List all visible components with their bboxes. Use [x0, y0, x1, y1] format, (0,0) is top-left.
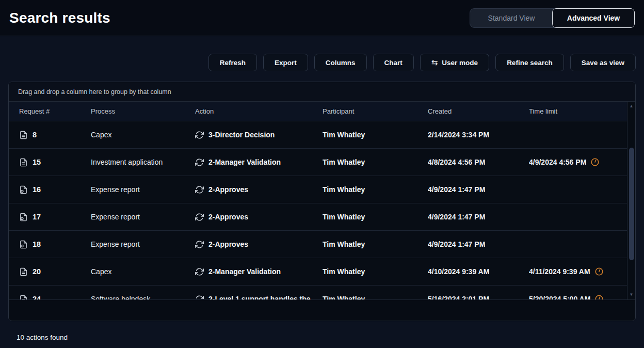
action-label: 2-Manager Validation [208, 158, 281, 166]
page-title: Search results [9, 10, 110, 26]
request-number: 18 [33, 240, 41, 248]
process-cell: Investment application [91, 158, 195, 166]
scroll-down-icon[interactable]: ▼ [630, 293, 634, 297]
columns-button[interactable]: Columns [314, 54, 367, 71]
column-header-participant[interactable]: Participant [323, 107, 428, 115]
action-label: 2-Approves [208, 213, 248, 221]
column-header-action[interactable]: Action [195, 107, 323, 115]
table-row[interactable]: 24Software helpdesk2-Level 1 support han… [9, 286, 627, 299]
request-number: 24 [33, 295, 41, 299]
save-as-view-button[interactable]: Save as view [570, 54, 636, 71]
time-limit-cell: 4/11/2024 9:39 AM [529, 267, 627, 276]
request-cell: 16 [19, 185, 91, 195]
export-button[interactable]: Export [263, 54, 308, 71]
file-text-icon [19, 294, 28, 300]
created-cell: 4/9/2024 1:47 PM [428, 185, 529, 194]
action-cell: 2-Approves [195, 185, 323, 194]
clock-icon [594, 294, 604, 299]
action-cell: 2-Manager Validation [195, 267, 323, 276]
created-cell: 4/9/2024 1:47 PM [428, 240, 529, 248]
file-text-icon [19, 267, 28, 277]
request-cell: 17 [19, 212, 91, 222]
request-number: 8 [33, 131, 37, 139]
created-cell: 4/9/2024 1:47 PM [428, 213, 529, 221]
view-toggle: Standard View Advanced View [470, 8, 635, 28]
standard-view-button[interactable]: Standard View [470, 9, 553, 27]
chart-button[interactable]: Chart [373, 54, 414, 71]
column-header-time-limit[interactable]: Time limit [529, 107, 627, 115]
vertical-scrollbar[interactable]: ▲ ▼ [627, 102, 635, 299]
created-cell: 4/10/2024 9:39 AM [428, 267, 529, 276]
table-body: 8Capex3-Director DecisionTim Whatley2/14… [9, 121, 627, 299]
created-cell: 4/8/2024 4:56 PM [428, 158, 529, 166]
table-row[interactable]: 20Capex2-Manager ValidationTim Whatley4/… [9, 258, 627, 286]
time-limit-value: 4/11/2024 9:39 AM [529, 267, 590, 276]
participant-cell: Tim Whatley [323, 185, 428, 194]
toolbar: Refresh Export Columns Chart ⇆ User mode… [0, 36, 644, 82]
refresh-button[interactable]: Refresh [208, 54, 257, 71]
file-gear-icon [19, 240, 28, 249]
created-cell: 2/14/2024 3:34 PM [428, 131, 529, 139]
sync-icon [195, 240, 204, 249]
action-cell: 3-Director Decision [195, 131, 323, 139]
file-gear-icon [19, 212, 28, 222]
request-cell: 15 [19, 157, 91, 167]
scrollbar-thumb[interactable] [629, 148, 634, 260]
action-cell: 2-Level 1 support handles the [195, 295, 323, 300]
process-cell: Capex [91, 267, 195, 276]
request-number: 20 [33, 267, 41, 276]
process-cell: Capex [91, 131, 195, 139]
request-number: 15 [33, 158, 41, 166]
request-cell: 20 [19, 267, 91, 277]
clock-icon [590, 157, 600, 167]
request-number: 16 [33, 185, 41, 194]
action-label: 2-Manager Validation [208, 267, 281, 276]
participant-cell: Tim Whatley [323, 213, 428, 221]
table-header-row: Request # Process Action Participant Cre… [9, 102, 627, 121]
results-grid: Drag and drop a column here to group by … [8, 82, 636, 321]
time-limit-cell: 4/9/2024 4:56 PM [529, 157, 627, 167]
action-cell: 2-Approves [195, 240, 323, 249]
process-cell: Software helpdesk [91, 295, 195, 299]
request-cell: 8 [19, 130, 91, 140]
column-header-created[interactable]: Created [428, 107, 529, 115]
column-header-process[interactable]: Process [91, 107, 195, 115]
table-row[interactable]: 8Capex3-Director DecisionTim Whatley2/14… [9, 121, 627, 149]
column-header-request[interactable]: Request # [19, 107, 91, 115]
participant-cell: Tim Whatley [323, 267, 428, 276]
sync-icon [195, 295, 204, 300]
refine-search-button[interactable]: Refine search [495, 54, 564, 71]
sync-icon [195, 213, 204, 222]
clock-icon [594, 267, 604, 276]
file-gear-icon [19, 185, 28, 195]
sync-icon [195, 131, 204, 139]
sync-icon [195, 158, 204, 167]
request-number: 17 [33, 213, 41, 221]
table-row[interactable]: 17Expense report2-ApprovesTim Whatley4/9… [9, 203, 627, 231]
advanced-view-button[interactable]: Advanced View [552, 8, 635, 28]
grid-viewport: Request # Process Action Participant Cre… [9, 102, 635, 300]
action-cell: 2-Manager Validation [195, 158, 323, 167]
table-row[interactable]: 16Expense report2-ApprovesTim Whatley4/9… [9, 176, 627, 203]
user-mode-button[interactable]: ⇆ User mode [420, 54, 489, 71]
action-label: 2-Level 1 support handles the [208, 295, 311, 299]
status-text: 10 actions found [0, 321, 644, 341]
file-text-icon [19, 157, 28, 167]
request-cell: 18 [19, 240, 91, 249]
grid-table: Request # Process Action Participant Cre… [9, 102, 627, 299]
user-mode-label: User mode [442, 59, 478, 67]
scroll-up-icon[interactable]: ▲ [630, 104, 634, 108]
process-cell: Expense report [91, 185, 195, 194]
action-label: 2-Approves [208, 185, 248, 194]
participant-cell: Tim Whatley [323, 158, 428, 166]
process-cell: Expense report [91, 213, 195, 221]
action-label: 2-Approves [208, 240, 248, 248]
swap-arrows-icon: ⇆ [431, 58, 438, 66]
table-row[interactable]: 18Expense report2-ApprovesTim Whatley4/9… [9, 231, 627, 258]
created-cell: 5/16/2024 2:01 PM [428, 295, 529, 299]
request-cell: 24 [19, 294, 91, 300]
table-row[interactable]: 15Investment application2-Manager Valida… [9, 149, 627, 176]
group-by-drop-zone[interactable]: Drag and drop a column here to group by … [9, 82, 635, 102]
top-bar: Search results Standard View Advanced Vi… [0, 0, 644, 36]
sync-icon [195, 267, 204, 276]
